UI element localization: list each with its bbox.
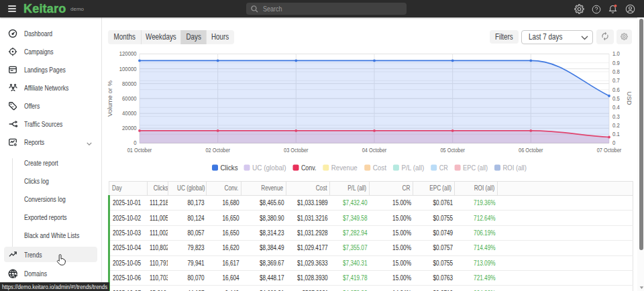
svg-text:01 October: 01 October xyxy=(127,146,152,154)
svg-text:03 October: 03 October xyxy=(284,146,309,154)
svg-text:0.1: 0.1 xyxy=(612,130,620,137)
svg-text:40000: 40000 xyxy=(122,109,136,117)
svg-text:20000: 20000 xyxy=(122,124,136,131)
svg-text:0.8: 0.8 xyxy=(612,68,620,75)
svg-text:80000: 80000 xyxy=(122,80,136,87)
svg-text:0: 0 xyxy=(612,139,615,146)
svg-text:0.9: 0.9 xyxy=(612,59,620,66)
svg-text:CR: CR xyxy=(439,164,448,172)
svg-text:Cost: Cost xyxy=(373,164,386,172)
svg-text:0.5: 0.5 xyxy=(612,95,620,102)
svg-text:04 October: 04 October xyxy=(362,146,387,154)
svg-text:0.3: 0.3 xyxy=(612,113,620,120)
svg-text:0: 0 xyxy=(133,139,136,146)
svg-text:1.0: 1.0 xyxy=(612,50,620,57)
svg-text:05 October: 05 October xyxy=(440,146,465,154)
svg-text:Conv.: Conv. xyxy=(301,164,316,172)
svg-text:Volume or %: Volume or % xyxy=(107,80,113,117)
svg-text:P/L (all): P/L (all) xyxy=(401,164,424,172)
svg-text:UC (global): UC (global) xyxy=(252,164,286,172)
svg-text:0.7: 0.7 xyxy=(612,76,620,84)
svg-text:02 October: 02 October xyxy=(205,146,230,154)
svg-text:ROI (all): ROI (all) xyxy=(503,164,527,172)
svg-text:120000: 120000 xyxy=(119,50,137,57)
svg-text:Clicks: Clicks xyxy=(221,164,239,172)
svg-text:0.4: 0.4 xyxy=(612,103,620,111)
svg-text:06 October: 06 October xyxy=(519,146,543,154)
svg-text:0.2: 0.2 xyxy=(612,121,620,129)
svg-text:0.6: 0.6 xyxy=(612,86,620,93)
svg-text:Revenue: Revenue xyxy=(331,164,358,172)
svg-text:100000: 100000 xyxy=(119,65,137,72)
svg-text:USD: USD xyxy=(626,92,633,106)
svg-text:EPC (all): EPC (all) xyxy=(463,164,488,172)
svg-text:60000: 60000 xyxy=(122,95,136,102)
svg-text:07 October: 07 October xyxy=(597,146,622,154)
